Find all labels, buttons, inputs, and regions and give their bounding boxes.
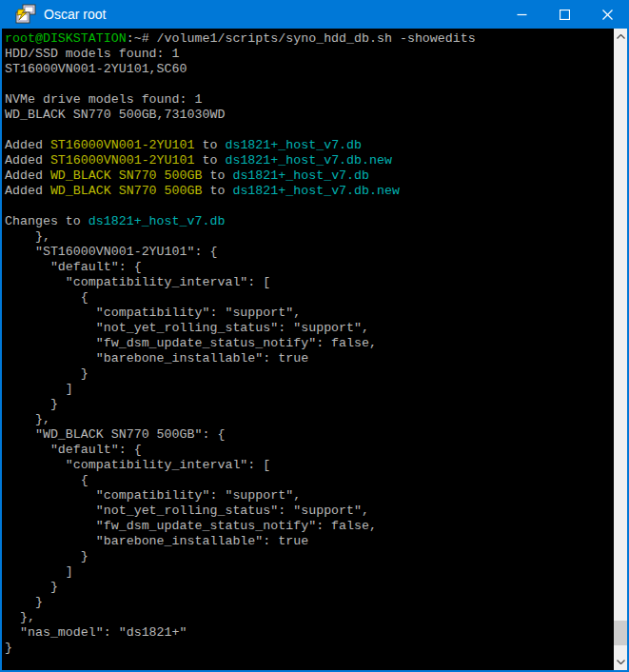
scroll-down-button[interactable] bbox=[614, 654, 627, 670]
terminal-line: "fw_dsm_update_status_notify": false, bbox=[5, 336, 614, 351]
terminal-line: }, bbox=[5, 229, 614, 245]
terminal-line bbox=[5, 123, 614, 138]
terminal-line: ] bbox=[5, 564, 614, 580]
chevron-down-icon bbox=[617, 660, 625, 664]
close-button[interactable] bbox=[586, 0, 629, 29]
chevron-up-icon bbox=[617, 34, 625, 39]
terminal-line: "compatibility_interval": [ bbox=[5, 458, 614, 473]
terminal-line: root@DISKSTATION:~# /volume1/scripts/syn… bbox=[5, 31, 614, 47]
terminal-line: { bbox=[5, 473, 614, 488]
terminal-output: root@DISKSTATION:~# /volume1/scripts/syn… bbox=[5, 31, 614, 656]
terminal-line: "compatibility": "support", bbox=[5, 488, 614, 504]
scrollbar-thumb[interactable] bbox=[614, 621, 627, 645]
terminal-line: Changes to ds1821+_host_v7.db bbox=[5, 214, 614, 229]
window-title: Oscar root bbox=[44, 7, 106, 22]
terminal-line: }, bbox=[5, 610, 614, 625]
terminal-line: { bbox=[5, 290, 614, 306]
terminal-line: }, bbox=[5, 412, 614, 427]
terminal-line: HDD/SSD models found: 1 bbox=[5, 47, 614, 62]
terminal-line: ST16000VN001-2YU101,SC60 bbox=[5, 62, 614, 77]
minimize-icon bbox=[517, 10, 527, 20]
terminal-line: WD_BLACK SN770 500GB,731030WD bbox=[5, 108, 614, 123]
terminal-line: Added ST16000VN001-2YU101 to ds1821+_hos… bbox=[5, 138, 614, 153]
terminal-line: } bbox=[5, 366, 614, 382]
terminal-line: } bbox=[5, 549, 614, 564]
terminal-line: Added WD_BLACK SN770 500GB to ds1821+_ho… bbox=[5, 184, 614, 199]
minimize-button[interactable] bbox=[501, 0, 543, 29]
terminal-line: "compatibility": "support", bbox=[5, 306, 614, 321]
terminal-line: NVMe drive models found: 1 bbox=[5, 92, 614, 108]
terminal-line bbox=[5, 77, 614, 92]
terminal-line: "not_yet_rolling_status": "support", bbox=[5, 504, 614, 519]
maximize-icon bbox=[560, 10, 570, 20]
window-controls bbox=[501, 0, 629, 29]
terminal-line: "WD_BLACK SN770 500GB": { bbox=[5, 427, 614, 443]
terminal-line: "ST16000VN001-2YU101": { bbox=[5, 245, 614, 260]
terminal-line: "nas_model": "ds1821+" bbox=[5, 625, 614, 641]
putty-app-icon bbox=[15, 4, 36, 25]
terminal-line: "compatibility_interval": [ bbox=[5, 275, 614, 290]
terminal-line: } bbox=[5, 397, 614, 412]
terminal-line: } bbox=[5, 595, 614, 610]
scrollbar[interactable] bbox=[614, 29, 627, 670]
scroll-up-button[interactable] bbox=[614, 29, 627, 45]
terminal-line: } bbox=[5, 641, 614, 656]
titlebar[interactable]: Oscar root bbox=[0, 0, 629, 29]
window-body: root@DISKSTATION:~# /volume1/scripts/syn… bbox=[2, 29, 627, 670]
terminal-line bbox=[5, 199, 614, 214]
terminal-line: Added ST16000VN001-2YU101 to ds1821+_hos… bbox=[5, 153, 614, 168]
terminal-screen[interactable]: root@DISKSTATION:~# /volume1/scripts/syn… bbox=[2, 29, 614, 670]
terminal-line: "not_yet_rolling_status": "support", bbox=[5, 321, 614, 336]
terminal-line: "default": { bbox=[5, 443, 614, 458]
terminal-line: ] bbox=[5, 382, 614, 397]
maximize-button[interactable] bbox=[543, 0, 586, 29]
putty-window: Oscar root root@DISKSTATION:~# / bbox=[0, 0, 629, 672]
terminal-line: "default": { bbox=[5, 260, 614, 275]
terminal-line: Added WD_BLACK SN770 500GB to ds1821+_ho… bbox=[5, 168, 614, 184]
terminal-line: "barebone_installable": true bbox=[5, 351, 614, 366]
terminal-line: "barebone_installable": true bbox=[5, 534, 614, 549]
terminal-line: } bbox=[5, 580, 614, 595]
terminal-line: "fw_dsm_update_status_notify": false, bbox=[5, 519, 614, 534]
close-icon bbox=[602, 10, 613, 20]
